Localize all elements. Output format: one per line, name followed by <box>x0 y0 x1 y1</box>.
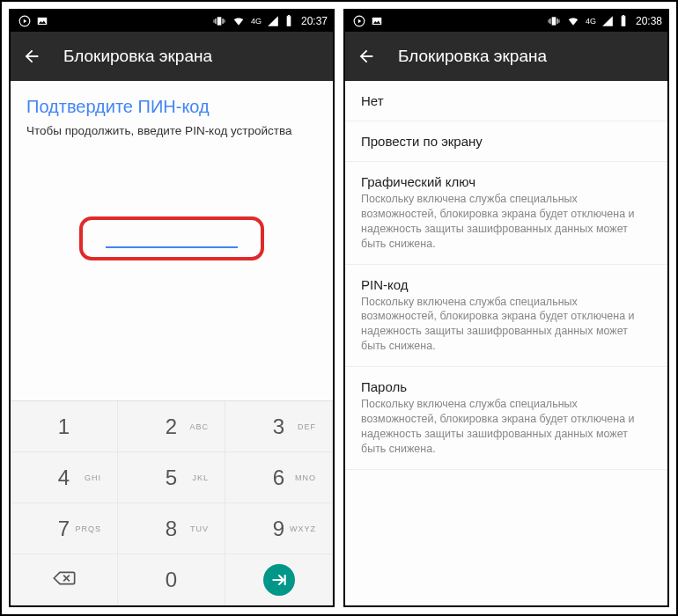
key-1[interactable]: 1 <box>11 401 118 452</box>
key-3[interactable]: 3DEF <box>225 401 333 452</box>
pin-screen: Подтвердите ПИН-код Чтобы продолжить, вв… <box>11 81 333 605</box>
option-description: Поскольку включена служба специальных во… <box>361 295 652 355</box>
vibrate-icon <box>212 15 226 27</box>
clock: 20:38 <box>636 15 662 27</box>
instruction-text: Чтобы продолжить, введите PIN-код устрой… <box>11 124 333 137</box>
status-bar: 4G 20:37 <box>11 11 333 32</box>
clock: 20:37 <box>301 15 328 27</box>
svg-rect-18 <box>623 15 624 16</box>
svg-rect-17 <box>622 16 626 26</box>
pin-input-highlight <box>79 216 264 260</box>
submit-icon <box>263 564 295 596</box>
signal-icon <box>601 15 614 27</box>
svg-rect-3 <box>215 18 216 24</box>
option-pattern[interactable]: Графический ключ Поскольку включена служ… <box>345 162 667 265</box>
svg-rect-2 <box>217 17 222 25</box>
status-bar: 4G 20:38 <box>345 11 667 32</box>
vibrate-icon <box>547 15 561 27</box>
back-button[interactable] <box>21 46 42 67</box>
phone-right: 4G 20:38 Блокировка экрана Нет Провести … <box>343 9 669 607</box>
battery-icon <box>619 15 628 27</box>
key-4[interactable]: 4GHI <box>11 452 118 503</box>
lock-options-list: Нет Провести по экрану Графический ключ … <box>345 81 667 605</box>
appbar-title: Блокировка экрана <box>63 47 212 66</box>
app-bar: Блокировка экрана <box>345 32 667 81</box>
numeric-keypad: 1 2ABC 3DEF 4GHI 5JKL 6MNO 7PRQS 8TUV 9W… <box>11 400 333 605</box>
svg-rect-16 <box>558 19 559 23</box>
image-icon <box>371 15 383 27</box>
svg-rect-13 <box>549 18 550 24</box>
option-password[interactable]: Пароль Поскольку включена служба специал… <box>345 367 667 470</box>
key-7[interactable]: 7PRQS <box>11 503 118 554</box>
svg-rect-15 <box>549 19 549 23</box>
svg-rect-6 <box>224 19 225 23</box>
key-0[interactable]: 0 <box>118 554 225 605</box>
svg-rect-7 <box>287 16 291 26</box>
svg-rect-12 <box>552 17 556 25</box>
battery-icon <box>284 15 293 27</box>
phone-left: 4G 20:37 Блокировка экрана Подтвердите П… <box>9 9 335 607</box>
svg-rect-4 <box>222 18 223 24</box>
option-title: Графический ключ <box>361 174 652 189</box>
key-8[interactable]: 8TUV <box>118 503 225 554</box>
svg-rect-14 <box>556 18 557 24</box>
option-title: Пароль <box>361 379 652 394</box>
option-pin[interactable]: PIN-код Поскольку включена служба специа… <box>345 265 667 368</box>
key-backspace[interactable] <box>11 554 118 605</box>
option-description: Поскольку включена служба специальных во… <box>361 397 652 457</box>
wifi-icon <box>566 15 580 27</box>
image-icon <box>36 15 48 27</box>
option-none[interactable]: Нет <box>345 81 667 121</box>
network-4g-label: 4G <box>251 18 262 26</box>
option-title: Провести по экрану <box>361 134 652 149</box>
wifi-icon <box>232 15 246 27</box>
key-6[interactable]: 6MNO <box>225 452 333 503</box>
svg-rect-8 <box>288 15 290 16</box>
option-title: Нет <box>361 93 652 108</box>
pin-input[interactable] <box>106 246 238 248</box>
svg-rect-5 <box>214 19 215 23</box>
option-description: Поскольку включена служба специальных во… <box>361 192 652 252</box>
option-title: PIN-код <box>361 277 652 292</box>
backspace-icon <box>52 569 77 590</box>
play-icon <box>18 15 31 27</box>
back-button[interactable] <box>356 46 377 67</box>
key-5[interactable]: 5JKL <box>118 452 225 503</box>
signal-icon <box>267 15 279 27</box>
play-icon <box>353 15 365 27</box>
page-heading: Подтвердите ПИН-код <box>11 81 333 124</box>
key-submit[interactable] <box>225 554 333 605</box>
key-9[interactable]: 9WXYZ <box>225 503 333 554</box>
network-4g-label: 4G <box>586 18 596 26</box>
appbar-title: Блокировка экрана <box>398 47 547 66</box>
option-swipe[interactable]: Провести по экрану <box>345 121 667 162</box>
key-2[interactable]: 2ABC <box>118 401 225 452</box>
app-bar: Блокировка экрана <box>11 32 333 81</box>
